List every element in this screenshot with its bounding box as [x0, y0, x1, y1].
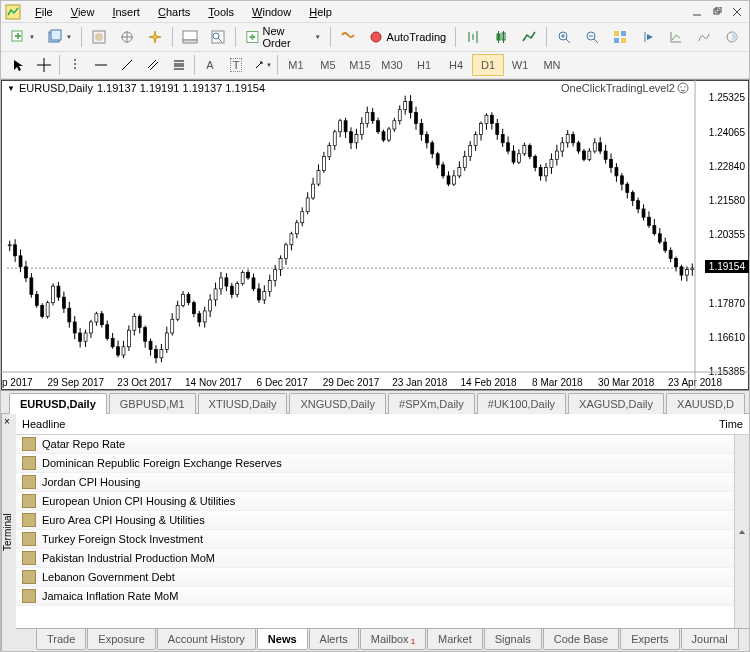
timeframe-m1[interactable]: M1 [280, 54, 312, 76]
auto-trading-button[interactable]: AutoTrading [363, 25, 452, 49]
chart-tab[interactable]: GBPUSD,M1 [109, 393, 196, 414]
calendar-icon [22, 456, 36, 470]
timeframe-h1[interactable]: H1 [408, 54, 440, 76]
chart-tab[interactable]: XNGUSD,Daily [289, 393, 386, 414]
terminal-tab-exposure[interactable]: Exposure [87, 629, 155, 650]
svg-rect-225 [458, 168, 461, 176]
terminal-tab-signals[interactable]: Signals [484, 629, 542, 650]
news-row[interactable]: Pakistan Industrial Production MoM [16, 549, 734, 568]
candlestick-chart[interactable]: 1.253251.240651.228401.215801.203551.191… [1, 80, 749, 390]
timeframe-w1[interactable]: W1 [504, 54, 536, 76]
data-window-button[interactable] [114, 25, 140, 49]
new-order-button[interactable]: New Order▼ [240, 25, 326, 49]
terminal-tab-account-history[interactable]: Account History [157, 629, 256, 650]
menubar: File View Insert Charts Tools Window Hel… [1, 1, 749, 23]
news-row[interactable]: Dominican Republic Foreign Exchange Rese… [16, 454, 734, 473]
vertical-line-tool[interactable] [62, 54, 88, 76]
news-row[interactable]: Jamaica Inflation Rate MoM [16, 587, 734, 606]
periods-button[interactable] [691, 25, 717, 49]
menu-help[interactable]: Help [301, 4, 340, 20]
timeframe-m30[interactable]: M30 [376, 54, 408, 76]
news-row[interactable]: Lebanon Government Debt [16, 568, 734, 587]
terminal-tab-market[interactable]: Market [427, 629, 483, 650]
text-tool[interactable]: A [197, 54, 223, 76]
news-row[interactable]: Turkey Foreign Stock Investment [16, 530, 734, 549]
timeframe-h4[interactable]: H4 [440, 54, 472, 76]
news-list[interactable]: Qatar Repo RateDominican Republic Foreig… [16, 435, 734, 628]
templates-button[interactable] [719, 25, 745, 49]
indicators-button[interactable] [663, 25, 689, 49]
menu-charts[interactable]: Charts [150, 4, 198, 20]
news-row[interactable]: European Union CPI Housing & Utilities [16, 492, 734, 511]
svg-rect-127 [192, 303, 195, 314]
news-row[interactable]: Euro Area CPI Housing & Utilities [16, 511, 734, 530]
new-chart-button[interactable]: ▼ [5, 25, 40, 49]
terminal-tab-journal[interactable]: Journal [681, 629, 739, 650]
cursor-tool[interactable] [5, 54, 31, 76]
terminal-tab-experts[interactable]: Experts [620, 629, 679, 650]
terminal-tab-news[interactable]: News [257, 629, 308, 650]
chart-tab[interactable]: XTIUSD,Daily [198, 393, 288, 414]
svg-text:1.17870: 1.17870 [709, 298, 746, 309]
chart-tab[interactable]: EURUSD,Daily [9, 393, 107, 414]
menu-insert[interactable]: Insert [104, 4, 148, 20]
chart-area[interactable]: ▼ EURUSD,Daily 1.19137 1.19191 1.19137 1… [1, 79, 749, 391]
svg-rect-123 [182, 294, 185, 305]
menu-tools[interactable]: Tools [200, 4, 242, 20]
svg-point-56 [684, 86, 685, 87]
chart-tab[interactable]: #SPXm,Daily [388, 393, 475, 414]
close-button[interactable] [729, 5, 745, 19]
arrows-tool[interactable]: ▼ [249, 54, 275, 76]
terminal-button[interactable] [177, 25, 203, 49]
text-label-tool[interactable]: T [223, 54, 249, 76]
fibonacci-tool[interactable] [166, 54, 192, 76]
horizontal-line-tool[interactable] [88, 54, 114, 76]
menu-file[interactable]: File [27, 4, 61, 20]
terminal-tab-code-base[interactable]: Code Base [543, 629, 619, 650]
terminal-close-button[interactable]: × [4, 416, 10, 427]
metaeditor-button[interactable] [335, 25, 361, 49]
chart-title: ▼ EURUSD,Daily 1.19137 1.19191 1.19137 1… [7, 82, 265, 94]
candlestick-button[interactable] [488, 25, 514, 49]
market-watch-button[interactable] [86, 25, 112, 49]
news-header-headline[interactable]: Headline [22, 418, 719, 430]
calendar-icon [22, 551, 36, 565]
svg-rect-277 [599, 143, 602, 151]
timeframe-m15[interactable]: M15 [344, 54, 376, 76]
menu-view[interactable]: View [63, 4, 103, 20]
terminal-tab-trade[interactable]: Trade [36, 629, 86, 650]
chart-shift-button[interactable] [635, 25, 661, 49]
scroll-up-button[interactable] [734, 435, 749, 628]
svg-rect-245 [512, 151, 515, 162]
bar-chart-button[interactable] [460, 25, 486, 49]
restore-button[interactable] [709, 5, 725, 19]
news-header-time[interactable]: Time [719, 418, 743, 430]
line-chart-button[interactable] [516, 25, 542, 49]
strategy-tester-button[interactable] [205, 25, 231, 49]
trendline-tool[interactable] [114, 54, 140, 76]
menu-window[interactable]: Window [244, 4, 299, 20]
svg-rect-81 [68, 308, 71, 322]
svg-rect-159 [279, 259, 282, 270]
chart-tab[interactable]: XAGUSD,Daily [568, 393, 664, 414]
minimize-button[interactable] [689, 5, 705, 19]
terminal-tab-alerts[interactable]: Alerts [309, 629, 359, 650]
news-row[interactable]: Jordan CPI Housing [16, 473, 734, 492]
auto-scroll-button[interactable] [607, 25, 633, 49]
timeframe-d1[interactable]: D1 [472, 54, 504, 76]
timeframe-mn[interactable]: MN [536, 54, 568, 76]
svg-rect-259 [550, 159, 553, 167]
equidistant-channel-tool[interactable] [140, 54, 166, 76]
zoom-in-button[interactable] [551, 25, 577, 49]
terminal-tab-mailbox[interactable]: Mailbox1 [360, 629, 426, 650]
app-icon [5, 4, 21, 20]
profiles-button[interactable]: ▼ [42, 25, 77, 49]
chart-tab[interactable]: XAUUSD,D [666, 393, 745, 414]
svg-rect-253 [534, 157, 537, 168]
news-row[interactable]: Qatar Repo Rate [16, 435, 734, 454]
crosshair-tool[interactable] [31, 54, 57, 76]
timeframe-m5[interactable]: M5 [312, 54, 344, 76]
navigator-button[interactable] [142, 25, 168, 49]
chart-tab[interactable]: #UK100,Daily [477, 393, 566, 414]
zoom-out-button[interactable] [579, 25, 605, 49]
